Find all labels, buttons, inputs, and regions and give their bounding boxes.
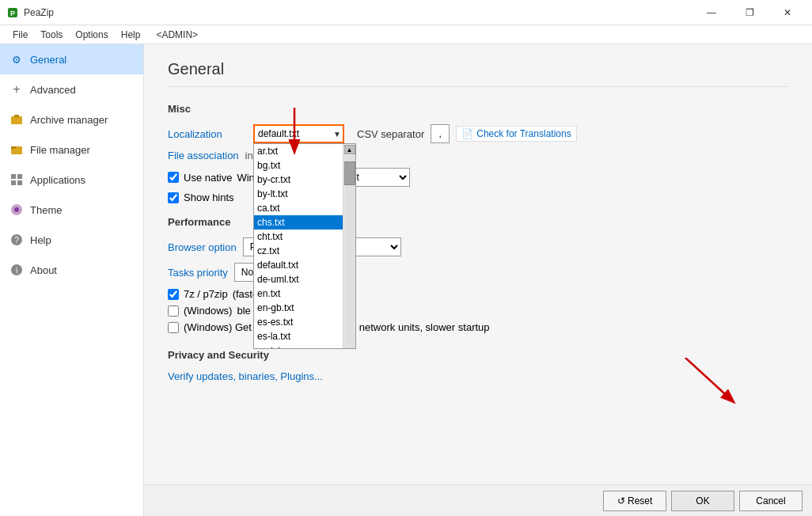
- dropdown-item-en[interactable]: en.txt: [254, 286, 343, 301]
- svg-rect-2: [11, 116, 22, 124]
- svg-point-11: [14, 207, 19, 212]
- check-translations-label: Check for Translations: [476, 128, 571, 139]
- 7zip-checkbox[interactable]: [168, 289, 179, 300]
- localization-row: Localization ▼ ar.txt bg.txt: [168, 124, 788, 143]
- svg-rect-3: [14, 115, 19, 117]
- menu-options[interactable]: Options: [69, 28, 114, 42]
- ok-button[interactable]: OK: [671, 491, 734, 511]
- csv-separator-input[interactable]: [431, 124, 450, 143]
- file-association-label: File association: [168, 150, 239, 161]
- theme-icon: [9, 203, 24, 217]
- sidebar-item-applications[interactable]: Applications: [0, 165, 143, 195]
- check-translations-button[interactable]: 📄 Check for Translations: [456, 126, 576, 142]
- applications-icon: [9, 173, 24, 187]
- close-button[interactable]: ✕: [769, 0, 806, 25]
- title-bar-left: P PeaZip: [6, 6, 54, 19]
- content-inner: General Misc Localization ▼: [144, 44, 812, 484]
- help-icon: ?: [9, 233, 24, 247]
- menu-file[interactable]: File: [6, 28, 34, 42]
- title-bar-controls: — ❐ ✕: [693, 0, 806, 25]
- sidebar-item-theme[interactable]: Theme: [0, 195, 143, 225]
- sidebar-item-advanced[interactable]: + Advanced: [0, 74, 143, 104]
- dropdown-list-with-scroll: ar.txt bg.txt by-cr.txt by-lt.txt ca.txt…: [254, 144, 355, 349]
- windows-mode-checkbox[interactable]: [168, 305, 179, 317]
- page-title: General: [168, 60, 788, 87]
- cancel-button[interactable]: Cancel: [739, 491, 803, 511]
- sidebar-label-archive-manager: Archive manager: [30, 114, 108, 126]
- main-layout: ⚙ General + Advanced Archive manager Fil…: [0, 44, 812, 516]
- dropdown-item-chs[interactable]: chs.txt: [254, 215, 343, 230]
- dropdown-item-de-uml[interactable]: de-uml.txt: [254, 272, 343, 286]
- dropdown-item-es-es[interactable]: es-es.txt: [254, 315, 343, 329]
- scroll-up-btn[interactable]: ▲: [344, 145, 355, 154]
- localization-input[interactable]: [253, 124, 344, 143]
- csv-separator-label: CSV separator: [357, 128, 424, 140]
- tasks-priority-label: Tasks priority: [168, 267, 228, 279]
- general-icon: ⚙: [9, 52, 24, 66]
- sidebar-item-archive-manager[interactable]: Archive manager: [0, 104, 143, 135]
- svg-text:i: i: [16, 266, 17, 275]
- sidebar-label-help: Help: [30, 234, 51, 246]
- restore-button[interactable]: ❐: [731, 0, 768, 25]
- svg-rect-9: [17, 180, 22, 185]
- reset-button[interactable]: ↺ Reset: [603, 491, 666, 511]
- sidebar: ⚙ General + Advanced Archive manager Fil…: [0, 44, 144, 516]
- dropdown-item-by-cr[interactable]: by-cr.txt: [254, 173, 343, 187]
- sidebar-item-general[interactable]: ⚙ General: [0, 44, 143, 74]
- misc-section: Misc Localization ▼ ar.txt: [168, 103, 788, 203]
- footer: ↺ Reset OK Cancel: [144, 484, 812, 516]
- verify-link[interactable]: Verify updates, binaries, Plugins...: [168, 370, 323, 382]
- show-hints-checkbox[interactable]: [168, 192, 179, 203]
- svg-rect-6: [11, 174, 16, 179]
- archive-manager-icon: [9, 112, 24, 127]
- localization-dropdown-wrapper: ▼ ar.txt bg.txt by-cr.txt by-lt.txt: [253, 124, 344, 143]
- sidebar-label-about: About: [30, 264, 57, 276]
- browser-option-label: Browser option: [168, 241, 237, 253]
- sidebar-label-applications: Applications: [30, 174, 85, 186]
- svg-rect-8: [11, 180, 16, 185]
- minimize-button[interactable]: —: [693, 0, 730, 25]
- dropdown-item-en-gb[interactable]: en-gb.txt: [254, 301, 343, 315]
- dropdown-list-items: ar.txt bg.txt by-cr.txt by-lt.txt ca.txt…: [254, 144, 343, 349]
- sidebar-label-theme: Theme: [30, 204, 62, 216]
- dropdown-item-es-la[interactable]: es-la.txt: [254, 329, 343, 343]
- sidebar-label-file-manager: File manager: [30, 144, 90, 156]
- translate-icon: 📄: [461, 128, 473, 139]
- dropdown-item-bg[interactable]: bg.txt: [254, 158, 343, 173]
- show-hints-label: Show hints: [184, 192, 234, 203]
- dropdown-item-cz[interactable]: cz.txt: [254, 244, 343, 258]
- sidebar-item-help[interactable]: ? Help: [0, 225, 143, 255]
- menu-admin: <ADMIN>: [150, 28, 204, 42]
- app-icon: P: [6, 6, 19, 19]
- dropdown-item-by-lt[interactable]: by-lt.txt: [254, 187, 343, 201]
- dropdown-item-eu[interactable]: eu.txt: [254, 343, 343, 349]
- advanced-icon: +: [9, 82, 24, 97]
- dropdown-item-ar[interactable]: ar.txt: [254, 144, 343, 158]
- sidebar-label-general: General: [30, 54, 66, 66]
- dropdown-item-cht[interactable]: cht.txt: [254, 230, 343, 244]
- sidebar-item-file-manager[interactable]: File manager: [0, 135, 143, 165]
- menu-bar: File Tools Options Help <ADMIN>: [0, 25, 812, 44]
- dropdown-item-ca[interactable]: ca.txt: [254, 201, 343, 215]
- content: General Misc Localization ▼: [144, 44, 812, 516]
- file-manager-icon: [9, 142, 24, 157]
- svg-rect-5: [11, 146, 16, 149]
- dropdown-container: ▼ ar.txt bg.txt by-cr.txt by-lt.txt: [253, 124, 344, 143]
- localization-dropdown-list[interactable]: ar.txt bg.txt by-cr.txt by-lt.txt ca.txt…: [253, 143, 356, 349]
- sidebar-item-about[interactable]: i About: [0, 255, 143, 285]
- dropdown-scrollbar[interactable]: ▲ ▼: [343, 144, 355, 349]
- dropdown-item-default[interactable]: default.txt: [254, 258, 343, 272]
- misc-title: Misc: [168, 103, 788, 115]
- about-icon: i: [9, 263, 24, 277]
- svg-text:?: ?: [14, 236, 19, 245]
- title-text: PeaZip: [24, 7, 54, 18]
- menu-help[interactable]: Help: [115, 28, 147, 42]
- windows-mode-label: (Windows): [184, 305, 232, 317]
- use-native-checkbox[interactable]: [168, 172, 179, 183]
- menu-tools[interactable]: Tools: [34, 28, 69, 42]
- scroll-track: [344, 155, 355, 349]
- title-bar: P PeaZip — ❐ ✕: [0, 0, 812, 25]
- svg-rect-7: [17, 174, 22, 179]
- get-volume-checkbox[interactable]: [168, 322, 179, 333]
- scroll-thumb[interactable]: [344, 161, 355, 185]
